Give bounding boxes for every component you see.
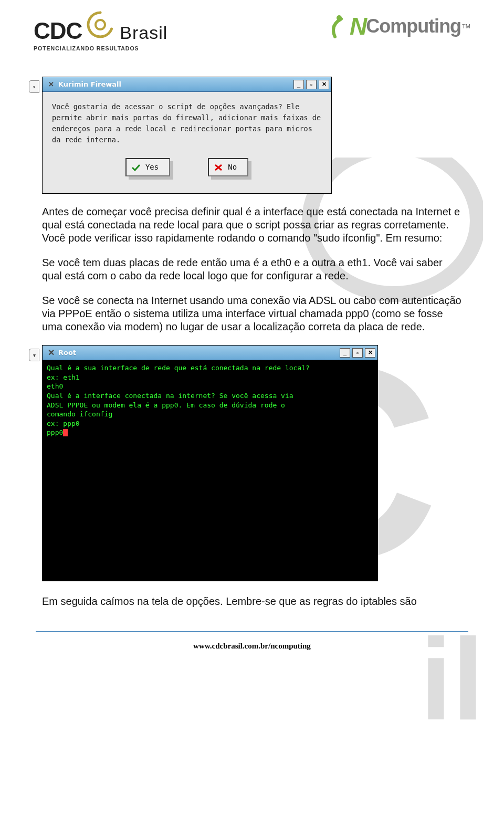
terminal-close-button[interactable]: ✕ bbox=[365, 348, 375, 358]
terminal-window: ✕ Root _ ▫ ✕ Qual é a sua interface de r… bbox=[42, 345, 378, 581]
cdc-logo-text: CDC bbox=[34, 18, 82, 44]
svg-point-3 bbox=[96, 20, 105, 29]
terminal-line: ADSL PPPOE ou modem ela é a ppp0. Em cas… bbox=[47, 401, 285, 409]
yes-button-label: Yes bbox=[145, 162, 159, 173]
ncomputing-swoosh-icon bbox=[332, 14, 352, 39]
no-button-label: No bbox=[228, 162, 237, 173]
window-menu-tab[interactable] bbox=[29, 80, 39, 93]
terminal-line: eth0 bbox=[47, 382, 63, 390]
cross-icon bbox=[214, 164, 223, 171]
footer-url: www.cdcbrasil.com.br/ncomputing bbox=[0, 632, 504, 651]
terminal-line: ex: eth1 bbox=[47, 373, 80, 381]
dialog-body-text: Você gostaria de acessar o script de opç… bbox=[52, 101, 322, 145]
terminal-line: Qual é a sua interface de rede que está … bbox=[47, 364, 310, 372]
terminal-line: Qual é a interface conectada na internet… bbox=[47, 392, 293, 400]
ncomputing-logo: N Computing TM bbox=[332, 14, 470, 39]
cdc-ring-icon bbox=[86, 11, 114, 39]
paragraph-3: Se você se conecta na Internet usando um… bbox=[42, 294, 465, 333]
yes-button[interactable]: Yes bbox=[125, 158, 170, 177]
dialog-window: ✕ Kurimin Firewall _ ▫ ✕ Você gostaria d… bbox=[42, 77, 332, 194]
minimize-button[interactable]: _ bbox=[293, 80, 304, 89]
paragraph-1: Antes de começar você precisa definir qu… bbox=[42, 205, 465, 245]
terminal-line: ex: ppp0 bbox=[47, 420, 80, 427]
terminal-cursor bbox=[63, 429, 68, 436]
close-button[interactable]: ✕ bbox=[319, 80, 329, 89]
ncomputing-tm: TM bbox=[462, 23, 470, 29]
cdc-logo-tagline: POTENCIALIZANDO RESULTADOS bbox=[34, 45, 167, 51]
terminal-line: ppp0 bbox=[47, 428, 63, 436]
cdc-logo-brasil: Brasil bbox=[120, 23, 167, 43]
terminal-window-icon: ✕ bbox=[47, 349, 55, 357]
dialog-title: Kurimin Firewall bbox=[58, 80, 293, 88]
window-icon: ✕ bbox=[47, 80, 55, 89]
paragraph-2: Se você tem duas placas de rede então um… bbox=[42, 256, 465, 283]
terminal-maximize-button[interactable]: ▫ bbox=[352, 348, 363, 358]
terminal-minimize-button[interactable]: _ bbox=[340, 348, 350, 358]
maximize-button[interactable]: ▫ bbox=[306, 80, 317, 89]
no-button[interactable]: No bbox=[208, 158, 248, 177]
terminal-title: Root bbox=[58, 349, 340, 357]
ncomputing-rest: Computing bbox=[366, 15, 461, 37]
paragraph-4: Em seguida caímos na tela de opções. Lem… bbox=[42, 595, 465, 608]
terminal-menu-tab[interactable] bbox=[29, 349, 39, 361]
terminal-body[interactable]: Qual é a sua interface de rede que está … bbox=[43, 360, 377, 581]
ncomputing-n: N bbox=[350, 14, 367, 38]
cdc-logo: CDC Brasil POTENCIALIZANDO RESULTADOS bbox=[34, 11, 167, 51]
terminal-titlebar[interactable]: ✕ Root _ ▫ ✕ bbox=[43, 346, 377, 360]
terminal-line: comando ifconfig bbox=[47, 410, 112, 418]
page-header: CDC Brasil POTENCIALIZANDO RESULTADOS N … bbox=[0, 0, 504, 56]
dialog-titlebar[interactable]: ✕ Kurimin Firewall _ ▫ ✕ bbox=[43, 77, 331, 92]
check-icon bbox=[132, 164, 140, 171]
